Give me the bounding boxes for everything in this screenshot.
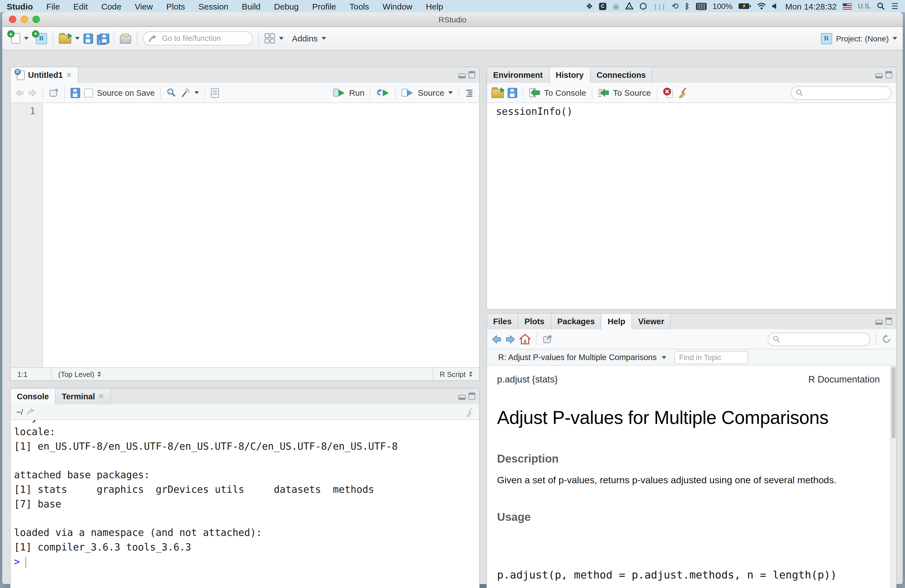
help-topic-caret[interactable] [662,356,666,359]
open-recent-caret[interactable] [75,37,79,40]
tab-terminal[interactable]: Terminal ✕ [56,388,111,404]
menu-view[interactable]: View [135,2,153,11]
run-label[interactable]: Run [349,88,365,97]
battery-icon[interactable]: ⚡ [739,2,751,11]
popout-icon[interactable] [49,88,59,97]
help-search-box[interactable] [768,332,870,346]
project-menu-button[interactable]: R Project: (None) [821,33,897,44]
maximize-pane-icon[interactable] [885,317,892,325]
history-entry[interactable]: sessionInfo() [487,103,896,117]
rerun-icon[interactable] [376,88,390,97]
menu-edit[interactable]: Edit [73,2,88,11]
tab-files[interactable]: Files [487,314,518,329]
help-content[interactable]: p.adjust {stats} R Documentation Adjust … [486,366,897,588]
addins-caret[interactable] [322,37,326,40]
minimize-pane-icon[interactable] [458,73,466,78]
tab-untitled1[interactable]: R Untitled1 ✕ [11,67,78,83]
save-all-button[interactable] [97,33,108,43]
find-replace-icon[interactable] [167,88,176,97]
app-menu[interactable]: Studio [7,2,33,11]
console-output-area[interactable]: y locale: [1] en_US.UTF-8/en_US.UTF-8/en… [10,420,479,588]
help-back-icon[interactable] [491,334,502,344]
history-list[interactable]: sessionInfo() [486,103,897,310]
menu-profile[interactable]: Profile [312,2,336,11]
keyboard-icon[interactable] [696,2,707,11]
to-source-label[interactable]: To Source [613,88,651,97]
help-scrollbar[interactable] [891,366,896,588]
compile-report-icon[interactable] [211,88,219,98]
addins-button[interactable]: Addins [292,33,318,43]
menu-debug[interactable]: Debug [274,2,298,11]
help-search-input[interactable] [783,334,865,344]
help-scrollbar-thumb[interactable] [892,367,895,439]
source-label[interactable]: Source [418,88,445,97]
hexagon-icon[interactable]: ⬡ [640,2,647,11]
volume-icon[interactable] [772,2,779,11]
source-caret[interactable] [448,91,453,94]
tab-environment[interactable]: Environment [487,67,549,83]
maximize-pane-icon[interactable] [468,393,475,400]
input-source-label[interactable]: U.S. [858,2,871,10]
to-console-icon[interactable] [529,88,540,97]
popout-help-icon[interactable] [543,334,553,344]
notification-center-icon[interactable]: ☰ [891,2,898,11]
code-tools-caret[interactable] [194,91,199,94]
menubar-clock[interactable]: Mon 14:28:32 [785,2,837,11]
open-file-button[interactable] [59,33,71,44]
tab-viewer[interactable]: Viewer [632,314,671,329]
print-button[interactable] [120,33,131,44]
load-history-icon[interactable] [491,87,504,98]
tab-help[interactable]: Help [602,314,632,329]
history-search-box[interactable] [791,86,892,100]
antivirus-icon[interactable] [626,2,634,11]
document-outline-icon[interactable] [465,89,473,97]
clear-history-broom-icon[interactable] [677,87,687,98]
close-terminal-icon[interactable]: ✕ [98,393,104,400]
goto-file-function-box[interactable] [143,32,253,45]
menu-plots[interactable]: Plots [167,2,185,11]
minimize-window-button[interactable] [21,16,28,23]
new-file-button[interactable]: + [11,33,20,44]
menu-session[interactable]: Session [198,2,229,11]
menu-code[interactable]: Code [101,2,121,11]
menu-window[interactable]: Window [383,2,413,11]
zoom-window-button[interactable] [32,16,40,23]
menu-help[interactable]: Help [426,2,443,11]
minimize-pane-icon[interactable] [875,320,883,325]
minimize-pane-icon[interactable] [458,395,466,400]
maximize-pane-icon[interactable] [885,71,892,78]
code-editor[interactable]: 1 [10,103,479,368]
clear-console-broom-icon[interactable] [465,407,473,417]
maximize-pane-icon[interactable] [468,71,475,78]
pane-layout-icon[interactable] [265,33,275,44]
bars-icon[interactable]: ❙❙❙ [653,2,665,11]
save-button[interactable] [84,33,93,43]
file-type-selector[interactable]: R Script [433,368,479,380]
goto-file-function-input[interactable] [161,33,247,43]
to-console-label[interactable]: To Console [544,88,586,97]
back-icon[interactable] [15,89,24,97]
to-source-icon[interactable] [598,88,609,97]
us-flag-icon[interactable] [843,2,852,11]
run-icon[interactable] [333,88,345,97]
console-cursor[interactable] [25,556,26,568]
close-window-button[interactable] [9,16,16,23]
goto-directory-icon[interactable] [26,408,35,415]
tab-plots[interactable]: Plots [518,314,551,329]
dropbox-icon[interactable]: ❖ [586,2,593,11]
refresh-icon[interactable] [882,334,892,344]
window-titlebar[interactable]: RStudio [2,12,903,27]
menu-build[interactable]: Build [242,2,260,11]
time-machine-icon[interactable]: ⟲ [672,2,679,11]
tab-connections[interactable]: Connections [591,67,653,83]
spiral-icon[interactable]: ◉ [613,2,619,11]
source-icon[interactable] [402,88,414,97]
new-file-dropdown-caret[interactable] [24,37,29,40]
source-on-save-checkbox[interactable] [84,88,93,97]
help-home-icon[interactable] [519,334,531,344]
bluetooth-icon[interactable]: ᛒ [685,2,689,11]
menu-file[interactable]: File [46,2,60,11]
pane-layout-caret[interactable] [279,37,284,40]
save-history-icon[interactable] [508,88,517,98]
forward-icon[interactable] [28,89,37,97]
